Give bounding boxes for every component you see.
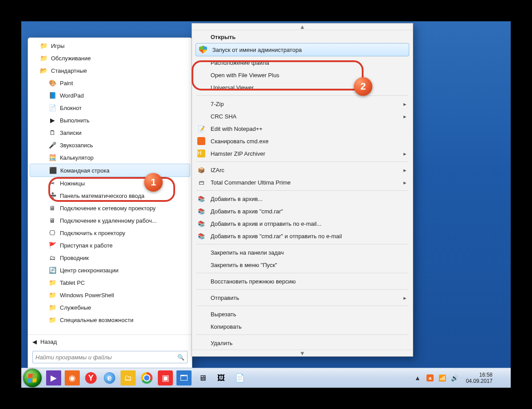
label: Hamster ZIP Archiver [211, 150, 265, 157]
start-item-rdp[interactable]: 🖥Подключение к удаленному рабоч... [28, 214, 192, 227]
ctx-run-as-admin[interactable]: Запуск от имени администратора [196, 43, 409, 56]
taskbar-app-icon[interactable]: 🖥 [195, 370, 210, 385]
winrar-icon: 📚 [196, 231, 206, 241]
notepad-icon: 📄 [48, 104, 56, 112]
label: Подключить к проектору [60, 230, 125, 236]
taskbar-app-icon[interactable]: ▣ [158, 370, 173, 385]
label: Расположение файла [211, 59, 269, 66]
ctx-fileviewer[interactable]: Open with File Viewer Plus [194, 69, 411, 81]
context-scroll-up[interactable]: ▲ [192, 24, 413, 30]
submenu-arrow-icon: ▸ [403, 167, 407, 173]
start-item-sync[interactable]: 🔄Центр синхронизации [28, 264, 192, 276]
label: Запуск от имени администратора [212, 47, 302, 53]
ctx-scan[interactable]: Сканировать cmd.exe [194, 135, 411, 147]
ctx-copy[interactable]: Копировать [194, 320, 411, 333]
start-item-calc[interactable]: 🧮Калькулятор [28, 151, 192, 164]
tray-show-hidden-icon[interactable]: ▲ [414, 374, 422, 382]
taskbar-chrome-icon[interactable] [139, 370, 154, 385]
start-item-soundrec[interactable]: 🎤Звукозапись [28, 139, 192, 151]
start-search-input[interactable]: Найти программы и файлы 🔍 [32, 351, 188, 363]
context-scroll-down[interactable]: ▼ [192, 350, 413, 356]
izarc-icon: 📦 [196, 165, 206, 175]
windows-logo-icon [27, 373, 37, 382]
start-folder-tablet[interactable]: 📁Tablet PC [28, 276, 192, 289]
taskbar-explorer-icon[interactable]: 🗂 [121, 370, 136, 385]
start-item-getstarted[interactable]: 🚩Приступая к работе [28, 239, 192, 252]
ctx-send-to[interactable]: Отправить▸ [194, 291, 411, 304]
label: Paint [60, 80, 73, 87]
taskbar-app-icon[interactable]: 📄 [232, 370, 247, 385]
ctx-rar-add[interactable]: 📚Добавить в архив... [194, 193, 411, 205]
ctx-restore[interactable]: Восстановить прежнюю версию [194, 275, 411, 287]
label: Закрепить в меню "Пуск" [211, 262, 277, 268]
start-item-notepad[interactable]: 📄Блокнот [28, 102, 192, 114]
label: Edit with Notepad++ [211, 126, 262, 132]
folder-icon: 📁 [48, 316, 56, 324]
annotation-badge-2: 2 [354, 77, 372, 96]
ctx-rar-cmd[interactable]: 📚Добавить в архив "cmd.rar" [194, 205, 411, 217]
start-item-cmd[interactable]: ⬛Командная строка [30, 164, 190, 177]
start-folder-games[interactable]: 📁Игры [28, 39, 192, 52]
start-item-paint[interactable]: 🎨Paint [28, 77, 192, 89]
ctx-cut[interactable]: Вырезать [194, 308, 411, 320]
flag-icon: 🚩 [48, 241, 56, 249]
start-item-run[interactable]: ▶Выполнить [28, 114, 192, 126]
label: Добавить в архив "cmd.rar" [211, 208, 283, 215]
label: Приступая к работе [60, 242, 113, 249]
tray-network-icon[interactable]: 📶 [438, 374, 446, 382]
separator [196, 190, 408, 191]
start-folder-accessories[interactable]: 📂Стандартные [28, 64, 192, 77]
ctx-pin-taskbar[interactable]: Закрепить на панели задач [194, 246, 411, 259]
taskbar-app-icon[interactable]: 🖼 [214, 370, 229, 385]
ctx-rar-cmd-mail[interactable]: 📚Добавить в архив "cmd.rar" и отправить … [194, 230, 411, 242]
ctx-pin-start[interactable]: Закрепить в меню "Пуск" [194, 259, 411, 271]
label: Открыть [211, 34, 235, 40]
ctx-universal-viewer[interactable]: Universal Viewer [194, 81, 411, 94]
submenu-arrow-icon: ▸ [403, 150, 407, 157]
start-button[interactable] [23, 369, 42, 387]
ctx-notepadpp[interactable]: 📝Edit with Notepad++ [194, 122, 411, 135]
run-icon: ▶ [48, 116, 56, 124]
ctx-file-location[interactable]: Расположение файла [194, 56, 411, 69]
start-item-sticky[interactable]: 🗒Записки [28, 126, 192, 139]
ctx-rar-mail[interactable]: 📚Добавить в архив и отправить по e-mail.… [194, 217, 411, 230]
ctx-hamster[interactable]: HHamster ZIP Archiver▸ [194, 147, 411, 160]
start-folder-powershell[interactable]: 📁Windows PowerShell [28, 289, 192, 301]
label: Подключение к удаленному рабоч... [60, 217, 156, 224]
start-item-netproj[interactable]: 🖥Подключение к сетевому проектору [28, 202, 192, 214]
start-back-button[interactable]: ◀Назад [28, 334, 192, 348]
start-item-projector[interactable]: 🖵Подключить к проектору [28, 227, 192, 239]
submenu-arrow-icon: ▸ [403, 295, 407, 301]
label: Проводник [60, 255, 89, 261]
sync-icon: 🔄 [48, 266, 56, 274]
taskbar-clock[interactable]: 16:58 04.09.2017 [463, 371, 495, 385]
start-item-mathpanel[interactable]: ➗Панель математического ввода [28, 189, 192, 202]
tray-avast-icon[interactable]: a [426, 374, 434, 382]
folder-icon: 📂 [39, 67, 47, 75]
taskbar-app-icon[interactable]: 🗔 [176, 370, 192, 385]
mic-icon: 🎤 [48, 141, 56, 149]
taskbar-media-icon[interactable]: ▶ [46, 370, 61, 385]
start-folder-maintenance[interactable]: 📁Обслуживание [28, 52, 192, 64]
start-folder-service[interactable]: 📁Служебные [28, 301, 192, 314]
ctx-crc-sha[interactable]: CRC SHA▸ [194, 110, 411, 122]
taskbar-wmp-icon[interactable]: ◉ [65, 370, 80, 385]
ctx-7zip[interactable]: 7-Zip▸ [194, 98, 411, 110]
tray-volume-icon[interactable]: 🔊 [451, 374, 459, 382]
sticky-icon: 🗒 [48, 129, 56, 137]
label: Сканировать cmd.exe [211, 138, 269, 145]
taskbar-yandex-icon[interactable]: Y [83, 370, 98, 385]
start-item-wordpad[interactable]: 📘WordPad [28, 89, 192, 102]
start-folder-access[interactable]: 📁Специальные возможности [28, 314, 192, 326]
ctx-open[interactable]: Открыть [194, 31, 411, 43]
ctx-izarc[interactable]: 📦IZArc▸ [194, 164, 411, 176]
ctx-tcup[interactable]: 🗃Total Commander Ultima Prime▸ [194, 176, 411, 189]
ctx-delete[interactable]: Удалить [194, 337, 411, 349]
taskbar-ie-icon[interactable]: e [102, 370, 117, 385]
label: Добавить в архив и отправить по e-mail..… [211, 220, 321, 227]
projector-icon: 🖥 [48, 204, 56, 212]
folder-icon: 📁 [39, 54, 47, 62]
start-item-explorer[interactable]: 🗂Проводник [28, 252, 192, 264]
wordpad-icon: 📘 [48, 91, 56, 99]
start-item-snip[interactable]: ✂Ножницы [28, 177, 192, 189]
